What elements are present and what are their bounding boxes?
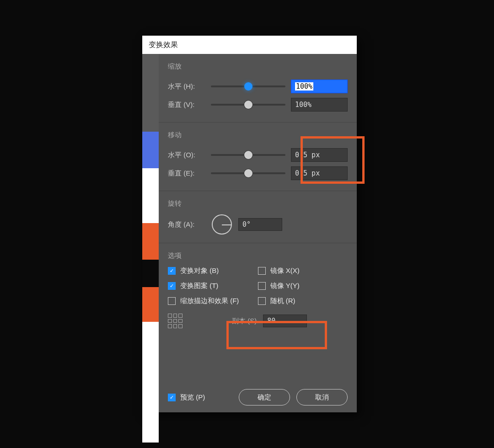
row-scale-h: 水平 (H): 100% [168,77,348,96]
checkbox-transform-objects[interactable]: 变换对象 (B) [168,267,258,275]
slider-thumb-scale-v[interactable] [244,101,252,109]
label-move-v: 垂直 (E): [168,169,205,178]
check-icon [258,267,266,275]
check-icon [258,282,266,290]
check-icon [168,394,176,401]
row-move-v: 垂直 (E): 0.5 px [168,164,348,182]
dialog-footer: 预览 (P) 确定 取消 [159,382,357,412]
dialog-body: 缩放 水平 (H): 100% 垂直 (V): 100% 移动 水平 (O): … [159,54,357,412]
check-icon [168,282,176,290]
row-scale-v: 垂直 (V): 100% [168,96,348,114]
checkbox-mirror-x[interactable]: 镜像 X(X) [258,267,348,275]
label-copies: 副本 (S) [232,317,257,325]
row-angle: 角度 (A): 0° [168,214,348,235]
slider-thumb-scale-h[interactable] [244,82,252,91]
reference-point-icon[interactable] [168,314,183,328]
section-rotate-label: 旋转 [168,199,348,208]
check-icon [258,297,266,305]
checkbox-preview[interactable]: 预览 (P) [168,393,205,402]
input-scale-h[interactable]: 100% [291,80,348,93]
slider-move-h[interactable] [211,154,285,156]
section-scale: 缩放 水平 (H): 100% 垂直 (V): 100% [159,54,357,123]
slider-thumb-move-h[interactable] [244,151,252,159]
input-angle[interactable]: 0° [238,218,282,231]
cancel-button[interactable]: 取消 [296,389,348,405]
dialog-title-text: 变换效果 [149,40,178,50]
section-scale-label: 缩放 [168,62,348,71]
section-move: 移动 水平 (O): 0.5 px 垂直 (E): 0.5 px [159,123,357,191]
input-move-v[interactable]: 0.5 px [291,166,348,180]
checkbox-random[interactable]: 随机 (R) [258,297,348,305]
label-scale-v: 垂直 (V): [168,101,205,109]
dialog-title: 变换效果 [142,36,357,54]
label-scale-h: 水平 (H): [168,82,205,91]
section-options-label: 选项 [168,251,348,260]
checkbox-scale-strokes[interactable]: 缩放描边和效果 (F) [168,297,258,305]
check-icon [168,297,176,305]
section-move-label: 移动 [168,131,348,139]
slider-scale-h[interactable] [211,85,285,87]
input-copies[interactable]: 80 [263,315,307,327]
input-move-h[interactable]: 0.5 px [291,148,348,162]
options-grid: 变换对象 (B) 镜像 X(X) 变换图案 (T) 镜像 Y(Y) 缩放描边和效… [168,267,348,305]
section-rotate: 旋转 角度 (A): 0° [159,191,357,243]
ok-button[interactable]: 确定 [239,389,290,405]
input-scale-v[interactable]: 100% [291,98,348,112]
section-options: 选项 变换对象 (B) 镜像 X(X) 变换图案 (T) 镜像 Y(Y) 缩放描… [159,243,357,336]
row-move-h: 水平 (O): 0.5 px [168,146,348,164]
check-icon [168,267,176,275]
slider-thumb-move-v[interactable] [244,169,252,177]
slider-scale-v[interactable] [211,104,285,106]
slider-move-v[interactable] [211,172,285,174]
angle-dial-icon[interactable] [212,214,232,235]
row-copies: 副本 (S) 80 [168,314,348,328]
transform-dialog: 变换效果 缩放 水平 (H): 100% 垂直 (V): 100% 移动 水平 … [142,36,357,412]
label-move-h: 水平 (O): [168,151,205,160]
label-angle: 角度 (A): [168,220,205,229]
checkbox-mirror-y[interactable]: 镜像 Y(Y) [258,282,348,290]
checkbox-transform-patterns[interactable]: 变换图案 (T) [168,282,258,290]
